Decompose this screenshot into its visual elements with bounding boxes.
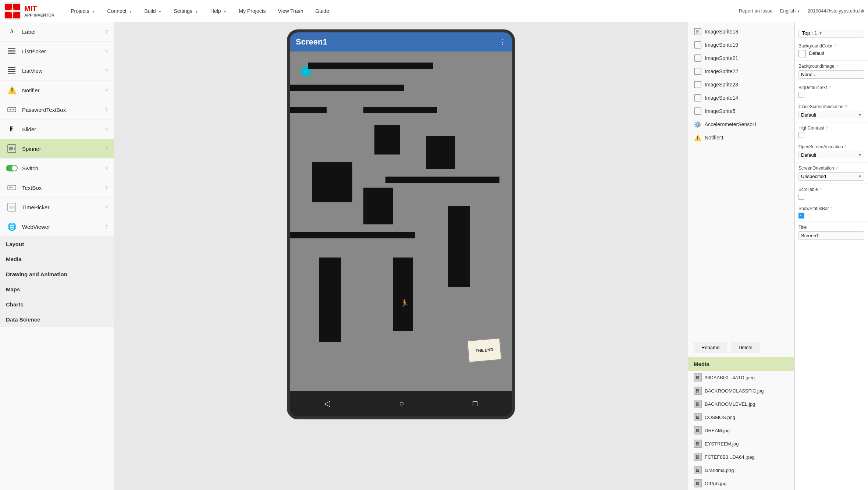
scrollable-checkbox[interactable] [798,194,804,200]
openscreenanimation-help[interactable]: ? [844,145,847,149]
media-file8[interactable]: 🖼 Grandma.png [688,464,794,477]
prop-bgimage-input[interactable] [798,70,864,79]
bigdefaulttext-help[interactable]: ? [828,85,830,90]
section-layout[interactable]: Layout [0,237,114,252]
closescreenanimation-dropdown[interactable]: Default ▼ [798,111,864,119]
component-notifier[interactable]: ⚠️ Notifier ? [0,81,114,100]
nav-projects[interactable]: Projects ▼ [65,6,100,16]
bigdefaulttext-checkbox[interactable] [798,92,804,98]
scrollable-help[interactable]: ? [819,187,822,192]
top-nav: MIT APP INVENTOR Projects ▼ Connect ▼ Bu… [0,0,868,22]
media-thumb-8: 🖼 [694,466,702,474]
tree-imagesprite18[interactable]: 🖼 ImageSprite18 [688,25,794,38]
prop-closescreenanimation: CloseScreenAnimation ? Default ▼ [795,101,868,122]
prop-screenorientation: ScreenOrientation ? Unspecified ▼ [795,163,868,184]
component-spinner[interactable]: Spinner ? [0,139,114,159]
screenorientation-help[interactable]: ? [836,166,838,170]
imagesprite18-icon: 🖼 [694,28,702,36]
tree-imagesprite23[interactable]: ImageSprite23 [688,78,794,91]
prop-bgcolor: BackgroundColor ? Default [795,40,868,61]
nav-help[interactable]: Help ▼ [205,6,232,16]
tree-imagesprite21[interactable]: ImageSprite21 [688,52,794,65]
prop-bgimage-label: BackgroundImage ? [798,64,864,69]
section-charts[interactable]: Charts [0,297,114,312]
highcontrast-checkbox[interactable] [798,132,804,138]
bgcolor-help[interactable]: ? [834,44,836,48]
phone-wrapper: Screen1 ⋮ [287,29,515,419]
media-file9[interactable]: 🖼 OIP(4).jpg [688,477,794,490]
nav-guide[interactable]: Guide [310,6,334,16]
phone-recent-btn[interactable]: □ [473,399,477,408]
phone-status-bar: Screen1 ⋮ [290,32,512,52]
svg-point-5 [10,8,15,14]
screenorientation-dropdown[interactable]: Unspecified ▼ [798,172,864,181]
tree-imagesprite22[interactable]: ImageSprite22 [688,65,794,78]
component-listview[interactable]: ListView ? [0,61,114,81]
media-thumb-2: 🖼 [694,387,702,395]
component-webviewer[interactable]: 🌐 WebViewer ? [0,217,114,237]
tree-notifier1[interactable]: ⚠️ Notifier1 [688,131,794,144]
tree-imagesprite5[interactable]: ImageSprite5 [688,104,794,118]
section-datascience[interactable]: Data Science [0,312,114,327]
nav-myprojects[interactable]: My Projects [234,6,271,16]
component-slider[interactable]: 🎚 Slider ? [0,120,114,139]
obstacle-4 [290,107,327,113]
bgimage-help[interactable]: ? [836,64,838,68]
svg-rect-13 [8,107,16,112]
tree-accelerometersensor[interactable]: ⚙️ AccelerometerSensor1 [688,118,794,131]
top-dropdown[interactable]: Top : 1 ▼ [798,29,864,38]
delete-button[interactable]: Delete [731,342,760,353]
phone-home-btn[interactable]: ○ [399,399,404,408]
component-passwordtextbox[interactable]: PasswordTextBox ? [0,100,114,120]
component-timepicker[interactable]: TimePicker ? [0,198,114,217]
media-thumb-1: 🖼 [694,373,702,381]
nav-user[interactable]: 2019044@stu.yyps.edu.hk [808,8,864,14]
prop-scrollable-label: Scrollable ? [798,187,864,192]
component-switch[interactable]: Switch ? [0,159,114,178]
obstacle-13 [393,258,413,331]
media-thumb-4: 🖼 [694,413,702,421]
prop-title-label: Title [798,225,864,230]
prop-title-input[interactable] [798,231,864,240]
media-file2[interactable]: 🖼 BACKROOMCLASSFIC.jpg [688,384,794,397]
svg-rect-22 [9,206,15,209]
component-listpicker[interactable]: ListPicker ? [0,42,114,61]
svg-marker-18 [14,147,15,150]
media-file5[interactable]: 🖼 DREAM.jpg [688,424,794,437]
section-maps[interactable]: Maps [0,282,114,297]
openscreenanimation-dropdown[interactable]: Default ▼ [798,151,864,159]
logo-area: MIT APP INVENTOR [4,2,54,20]
media-file1[interactable]: 🖼 36DAAB00...4A1D.jpeg [688,371,794,384]
textbox-icon [6,182,18,193]
media-file7[interactable]: 🖼 FC7EF8B3...DA64.jpeg [688,450,794,464]
closescreenanimation-help[interactable]: ? [845,104,847,109]
media-file3[interactable]: 🖼 BACKROOMLEVEL.jpg [688,397,794,411]
nav-connect[interactable]: Connect ▼ [102,6,138,16]
tree-imagesprite19[interactable]: ImageSprite19 [688,38,794,52]
svg-rect-6 [8,48,15,49]
section-media[interactable]: Media [0,252,114,267]
nav-report[interactable]: Report an Issue [739,8,773,14]
prop-bgcolor-label: BackgroundColor ? [798,43,864,49]
rename-button[interactable]: Rename [694,342,727,353]
imagesprite21-icon [694,54,702,62]
nav-english[interactable]: English ▼ [780,8,800,14]
tree-imagesprite14[interactable]: ImageSprite14 [688,91,794,104]
media-file4[interactable]: 🖼 COSMOS.png [688,411,794,424]
highcontrast-help[interactable]: ? [826,126,828,130]
timepicker-icon [6,201,18,213]
prop-bgcolor-value[interactable]: Default [798,50,864,57]
showstatusbar-help[interactable]: ? [830,206,833,211]
obstacle-7 [312,162,352,202]
nav-viewtrash[interactable]: View Trash [273,6,309,16]
nav-settings[interactable]: Settings ▼ [168,6,203,16]
media-file6[interactable]: 🖼 EYSTREEM.jpg [688,437,794,450]
component-textbox[interactable]: TextBox ? [0,178,114,198]
component-label[interactable]: A Label ? [0,22,114,42]
nav-build[interactable]: Build ▼ [139,6,167,16]
section-drawing[interactable]: Drawing and Animation [0,267,114,282]
showstatusbar-checkbox[interactable] [798,213,804,219]
phone-back-btn[interactable]: ◁ [324,399,330,408]
prop-title: Title [795,222,868,243]
prop-scrollable: Scrollable ? [795,184,868,203]
